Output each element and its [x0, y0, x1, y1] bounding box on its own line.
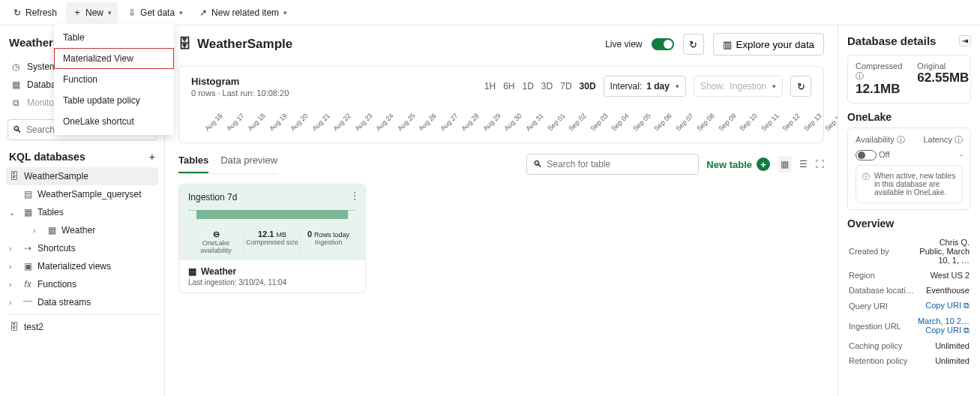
kql-databases-header: KQL databases + — [6, 146, 158, 167]
overview-value: Eventhouse — [916, 284, 970, 297]
range-6h[interactable]: 6H — [503, 81, 514, 92]
axis-tick: Aug 24 — [375, 112, 395, 132]
tree-label: Tables — [37, 207, 64, 218]
range-1d[interactable]: 1D — [523, 81, 534, 92]
expand-pane-icon[interactable]: ⇥ — [959, 35, 971, 46]
range-3d[interactable]: 3D — [541, 81, 553, 92]
range-7d[interactable]: 7D — [560, 81, 571, 92]
overview-row: Created byChris Q. Public, March 10, 1, … — [849, 236, 970, 267]
chevron-right-icon: › — [9, 280, 18, 289]
onelake-info: ⓘ When active, new tables in this databa… — [856, 165, 963, 203]
main-header: 🗄 WeatherSample Live view ↻ ▥ Explore yo… — [178, 33, 824, 56]
dd-table[interactable]: Table — [54, 27, 174, 48]
axis-tick: Sep 01 — [546, 112, 566, 132]
axis-tick: Sep 14 — [824, 112, 838, 132]
toolbar: ↻ Refresh + New ▾ ⇩ Get data ▾ ↗ New rel… — [0, 0, 980, 26]
overview-value: Unlimited — [916, 339, 970, 352]
overview-key: Caching policy — [849, 339, 914, 352]
tc-title: Ingestion 7d — [188, 192, 356, 202]
fullscreen-icon[interactable]: ⛶ — [815, 159, 824, 170]
refresh-icon: ↻ — [797, 81, 805, 92]
original-label: Original — [917, 62, 969, 70]
tree-label: WeatherSample_queryset — [37, 189, 142, 200]
search-icon: 🔍︎ — [533, 159, 542, 170]
tree-table-weather[interactable]: › ▦ Weather — [6, 221, 158, 239]
copy-icon[interactable]: ⧉ — [964, 301, 970, 310]
tree-queryset[interactable]: ▤ WeatherSample_queryset — [6, 185, 158, 203]
chevron-right-icon: › — [9, 298, 18, 307]
refresh-button[interactable]: ↻ Refresh — [6, 2, 63, 23]
tree-data-streams[interactable]: › 〰 Data streams — [6, 293, 158, 311]
show-select[interactable]: Show: Ingestion ▾ — [694, 76, 783, 97]
overview-header: Overview — [847, 218, 971, 230]
axis-tick: Aug 20 — [289, 112, 310, 132]
tab-tables[interactable]: Tables — [178, 154, 208, 173]
range-30d[interactable]: 30D — [580, 81, 596, 92]
overview-value: West US 2 — [916, 268, 970, 282]
view-icon: ▣ — [22, 261, 33, 272]
new-table-button[interactable]: New table + — [706, 158, 770, 171]
chevron-down-icon: ▾ — [179, 9, 183, 16]
tree-shortcuts[interactable]: › ⇢ Shortcuts — [6, 239, 158, 257]
tree-label: Shortcuts — [37, 243, 76, 254]
axis-tick: Aug 16 — [203, 112, 223, 132]
axis-tick: Aug 29 — [481, 112, 502, 132]
dd-table-update-policy[interactable]: Table update policy — [54, 90, 174, 111]
stat-label: OneLake availability — [188, 239, 244, 254]
availability-toggle[interactable] — [856, 150, 877, 160]
gauge-icon: ◷ — [10, 62, 21, 72]
time-range-buttons: 1H 6H 1D 3D 7D 30D — [484, 81, 596, 92]
refresh-main-button[interactable]: ↻ — [683, 34, 704, 55]
axis-tick: Aug 31 — [524, 112, 544, 132]
tree-materialized-views[interactable]: › ▣ Materialized views — [6, 257, 158, 275]
database-icon: 🗄 — [9, 322, 19, 332]
explore-data-button[interactable]: ▥ Explore your data — [713, 33, 824, 56]
info-icon[interactable]: ⓘ — [856, 71, 864, 80]
range-1h[interactable]: 1H — [484, 81, 496, 92]
tree-functions[interactable]: › fx Functions — [6, 275, 158, 293]
latency-label: Latency — [923, 135, 952, 144]
interval-select[interactable]: Interval: 1 day ▾ — [604, 76, 686, 97]
new-dropdown: Table Materialized View Function Table u… — [54, 24, 174, 135]
get-data-button[interactable]: ⇩ Get data ▾ — [121, 2, 189, 23]
size-unit: MB — [276, 231, 286, 238]
table-icon: ▦ — [46, 225, 57, 236]
refresh-label: Refresh — [25, 8, 57, 18]
tab-data-preview[interactable]: Data preview — [220, 154, 277, 173]
table-search[interactable]: 🔍︎ — [526, 154, 699, 175]
table-card-weather[interactable]: ⋮ Ingestion 7d ⊖ OneLake availability 12… — [178, 184, 366, 293]
refresh-histogram-button[interactable]: ↻ — [790, 76, 811, 97]
tree-tables-folder[interactable]: ⌄ ▦ Tables — [6, 203, 158, 221]
new-button[interactable]: + New ▾ — [66, 2, 118, 23]
overview-key: Database locati… — [849, 284, 914, 297]
dd-onelake-shortcut[interactable]: OneLake shortcut — [54, 111, 174, 132]
overview-table: Created byChris Q. Public, March 10, 1, … — [847, 234, 971, 369]
dd-function[interactable]: Function — [54, 69, 174, 90]
axis-tick: Sep 10 — [739, 112, 759, 132]
axis-tick: Aug 22 — [332, 112, 352, 132]
overview-value[interactable]: March, 10 2…Copy URI⧉ — [916, 314, 970, 338]
dd-materialized-view[interactable]: Materialized View — [54, 48, 174, 69]
info-icon[interactable]: ⓘ — [897, 135, 905, 144]
folder-icon: ▦ — [22, 207, 33, 218]
live-view-toggle[interactable] — [652, 38, 674, 50]
tree-db-test2[interactable]: 🗄 test2 — [6, 318, 158, 336]
new-related-label: New related item — [211, 8, 279, 18]
details-pane: Database details ⇥ Compressed ⓘ 12.1MB O… — [838, 26, 980, 396]
overview-value[interactable]: Copy URI⧉ — [916, 298, 970, 313]
plus-icon: + — [72, 8, 82, 18]
grid-view-icon[interactable]: ▦ — [778, 156, 792, 172]
table-icon: ▦ — [188, 266, 196, 277]
add-database-button[interactable]: + — [149, 151, 155, 163]
table-search-input[interactable] — [547, 159, 692, 170]
new-related-button[interactable]: ↗ New related item ▾ — [192, 2, 293, 23]
overview-row: Ingestion URLMarch, 10 2…Copy URI⧉ — [849, 314, 970, 338]
tree-db-weathersample[interactable]: 🗄 WeatherSample — [6, 167, 158, 185]
axis-tick: Aug 17 — [225, 112, 245, 132]
info-icon[interactable]: ⓘ — [955, 135, 963, 144]
axis-tick: Sep 06 — [653, 112, 673, 132]
list-view-icon[interactable]: ☰ — [799, 159, 808, 170]
page-title: 🗄 WeatherSample — [178, 37, 292, 52]
copy-icon[interactable]: ⧉ — [964, 326, 970, 334]
more-options-icon[interactable]: ⋮ — [350, 190, 359, 201]
